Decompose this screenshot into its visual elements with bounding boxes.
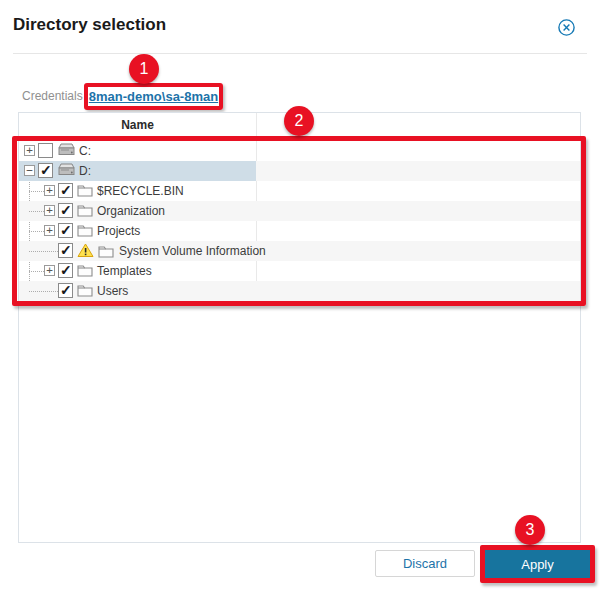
tree-connector [29, 251, 58, 252]
check-icon: ✓ [60, 242, 72, 258]
folder-icon [77, 283, 93, 297]
row-icons [77, 243, 114, 258]
folder-icon [77, 263, 93, 277]
tree-row[interactable]: − ✓ D: [19, 161, 580, 181]
row-checkbox[interactable]: ✓ [58, 243, 73, 258]
drive-icon [57, 143, 75, 156]
row-checkbox[interactable] [38, 143, 53, 158]
row-icons [77, 203, 93, 217]
check-icon: ✓ [60, 282, 72, 298]
check-icon: ✓ [60, 222, 72, 238]
check-icon: ✓ [40, 162, 52, 178]
tree-row[interactable]: + ✓ $RECYCLE.BIN [19, 181, 580, 201]
tree-row[interactable]: + ✓ Templates [19, 261, 580, 281]
tree-row[interactable]: + C: [19, 141, 580, 161]
name-column-header[interactable]: Name [19, 113, 256, 136]
row-label: Organization [97, 204, 165, 218]
row-icons [77, 263, 93, 277]
check-icon: ✓ [60, 182, 72, 198]
expand-icon[interactable]: + [24, 145, 35, 156]
page-title: Directory selection [13, 15, 166, 35]
title-separator [13, 53, 587, 54]
check-icon: ✓ [60, 262, 72, 278]
row-checkbox[interactable]: ✓ [58, 223, 73, 238]
expand-icon[interactable]: + [44, 265, 55, 276]
tree-connector [29, 231, 44, 232]
collapse-icon[interactable]: − [24, 165, 35, 176]
row-label: C: [79, 144, 91, 158]
folder-icon [77, 223, 93, 237]
folder-icon [98, 244, 114, 258]
annotation-badge-2: 2 [284, 106, 314, 136]
row-icons [77, 183, 93, 197]
row-label: Templates [97, 264, 152, 278]
expand-icon[interactable]: + [44, 225, 55, 236]
close-button[interactable] [556, 18, 576, 38]
warning-icon [77, 243, 94, 258]
row-label: Projects [97, 224, 140, 238]
row-checkbox[interactable]: ✓ [38, 163, 53, 178]
tree-row[interactable]: + ✓ Projects [19, 221, 580, 241]
annotation-box-1: 8man-demo\sa-8man [84, 83, 223, 110]
close-icon [557, 25, 576, 40]
tree-connector [29, 191, 44, 192]
row-icons [77, 223, 93, 237]
drive-icon [57, 163, 75, 176]
annotation-badge-1: 1 [129, 54, 159, 84]
directory-tree-panel: Name + C: − ✓ [18, 112, 581, 543]
row-checkbox[interactable]: ✓ [58, 283, 73, 298]
tree-connector [29, 271, 44, 272]
row-checkbox[interactable]: ✓ [58, 183, 73, 198]
tree-connector [29, 211, 44, 212]
row-checkbox[interactable]: ✓ [58, 263, 73, 278]
discard-button[interactable]: Discard [375, 550, 475, 577]
row-checkbox[interactable]: ✓ [58, 203, 73, 218]
expand-icon[interactable]: + [44, 205, 55, 216]
tree-row[interactable]: ✓ System Volume Information [19, 241, 580, 261]
row-icons [57, 143, 75, 156]
row-icons [77, 283, 93, 297]
row-label: Users [97, 284, 128, 298]
tree-row[interactable]: + ✓ Organization [19, 201, 580, 221]
annotation-badge-3: 3 [515, 515, 545, 545]
folder-icon [77, 203, 93, 217]
folder-icon [77, 183, 93, 197]
row-label: System Volume Information [119, 244, 266, 258]
row-label: $RECYCLE.BIN [97, 184, 184, 198]
tree-rows: + C: − ✓ [19, 141, 580, 301]
row-icons [57, 163, 75, 176]
expand-icon[interactable]: + [44, 185, 55, 196]
tree-connector [29, 291, 58, 292]
directory-selection-dialog: Directory selection Credentials 8man-dem… [0, 0, 600, 599]
credentials-label: Credentials [22, 89, 83, 103]
tree-row[interactable]: ✓ Users [19, 281, 580, 301]
row-label: D: [79, 164, 91, 178]
credentials-link[interactable]: 8man-demo\sa-8man [89, 89, 218, 104]
check-icon: ✓ [60, 202, 72, 218]
apply-button[interactable]: Apply [485, 550, 590, 578]
